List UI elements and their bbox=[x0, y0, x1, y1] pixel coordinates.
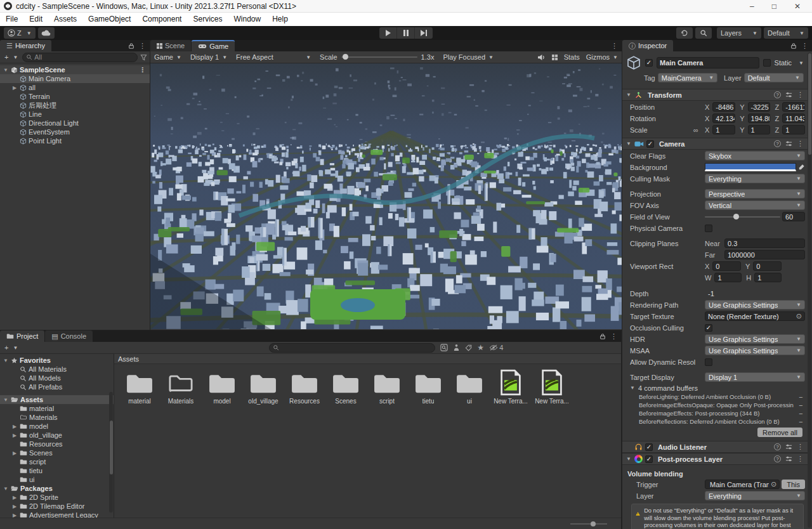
asset-item-resources[interactable]: Resources bbox=[284, 369, 325, 405]
kebab-menu-icon[interactable]: ⋮ bbox=[801, 42, 808, 50]
lock-icon[interactable] bbox=[599, 333, 606, 339]
presets-icon[interactable] bbox=[785, 91, 792, 98]
rotation-x-field[interactable]: 42.134 bbox=[712, 114, 735, 123]
chevron-down-icon[interactable]: ▼ bbox=[799, 60, 804, 66]
foldout-arrow-icon[interactable]: ▶ bbox=[11, 495, 18, 500]
foldout-arrow-icon[interactable]: ▼ bbox=[626, 141, 632, 147]
fov-field[interactable]: 60 bbox=[782, 212, 805, 221]
static-checkbox[interactable] bbox=[763, 59, 771, 67]
search-button[interactable] bbox=[695, 27, 712, 39]
viewport-x-field[interactable]: 0 bbox=[712, 261, 741, 271]
project-tree-item-all-materials[interactable]: All Materials bbox=[0, 365, 114, 374]
hierarchy-item-point-light[interactable]: Point Light bbox=[0, 136, 150, 145]
hierarchy-item-all[interactable]: ▶all bbox=[0, 83, 150, 92]
maximize-button[interactable]: □ bbox=[772, 2, 776, 11]
project-tree-item-assets[interactable]: ▼Assets bbox=[0, 395, 114, 404]
project-tree-item-packages[interactable]: ▼Packages bbox=[0, 484, 114, 493]
project-tree-scrollbar[interactable] bbox=[109, 392, 113, 513]
hierarchy-item-terrain[interactable]: Terrain bbox=[0, 92, 150, 101]
scale-x-field[interactable]: 1 bbox=[712, 125, 735, 134]
asset-item-old-village[interactable]: old_village bbox=[243, 369, 284, 405]
foldout-arrow-icon[interactable]: ▶ bbox=[11, 424, 18, 429]
kebab-menu-icon[interactable]: ⋮ bbox=[797, 443, 804, 451]
depth-field[interactable]: -1 bbox=[705, 289, 805, 298]
lock-icon[interactable] bbox=[128, 42, 134, 49]
kebab-menu-icon[interactable]: ⋮ bbox=[139, 66, 146, 74]
transform-component-header[interactable]: ▼ Transform ? ⋮ bbox=[622, 89, 808, 101]
position-x-field[interactable]: -8486 bbox=[712, 102, 735, 112]
step-button[interactable] bbox=[415, 27, 433, 39]
clear-flags-dropdown[interactable]: Skybox▼ bbox=[705, 151, 805, 160]
foldout-arrow-icon[interactable]: ▼ bbox=[3, 397, 9, 403]
kebab-menu-icon[interactable]: ⋮ bbox=[611, 42, 618, 50]
position-z-field[interactable]: -16611 bbox=[782, 102, 805, 112]
scale-slider-knob[interactable] bbox=[343, 54, 348, 60]
kebab-menu-icon[interactable]: ⋮ bbox=[797, 140, 804, 148]
project-tree-item-old-village[interactable]: ▶old_village bbox=[0, 431, 114, 440]
asset-item-script[interactable]: script bbox=[367, 369, 407, 405]
post-process-layer-component-header[interactable]: ▼ ✓ Post-process Layer ? ⋮ bbox=[622, 453, 808, 465]
hidden-packages-toggle[interactable]: 4 bbox=[489, 344, 503, 351]
account-button[interactable]: Z ▼ bbox=[4, 27, 36, 39]
icon-size-slider[interactable] bbox=[570, 523, 607, 525]
remove-buffer-button[interactable]: – bbox=[799, 393, 802, 400]
project-search[interactable] bbox=[269, 343, 435, 353]
kebab-menu-icon[interactable]: ⋮ bbox=[797, 91, 804, 99]
hierarchy-item-item[interactable]: 后期处理 bbox=[0, 101, 150, 110]
target-texture-field[interactable]: None (Render Texture)⊙ bbox=[705, 311, 805, 321]
asset-item-material[interactable]: material bbox=[119, 369, 160, 405]
foldout-arrow-icon[interactable]: ▶ bbox=[11, 504, 18, 509]
post-process-enabled-checkbox[interactable]: ✓ bbox=[645, 455, 653, 463]
eyedropper-icon[interactable] bbox=[798, 164, 805, 171]
audio-listener-enabled-checkbox[interactable]: ✓ bbox=[645, 443, 653, 451]
asset-item-materials[interactable]: Materials bbox=[160, 369, 201, 405]
tab-console[interactable]: ▤ Console bbox=[45, 330, 93, 342]
scale-y-field[interactable]: 1 bbox=[748, 125, 771, 134]
foldout-arrow-icon[interactable]: ▶ bbox=[11, 513, 18, 518]
project-tree-item-all-prefabs[interactable]: All Prefabs bbox=[0, 382, 114, 391]
object-picker-icon[interactable]: ⊙ bbox=[771, 480, 776, 488]
viewport-h-field[interactable]: 1 bbox=[754, 273, 782, 282]
remove-buffer-button[interactable]: – bbox=[799, 402, 802, 408]
fov-axis-dropdown[interactable]: Vertical▼ bbox=[705, 200, 805, 210]
tab-game[interactable]: Game bbox=[192, 40, 235, 51]
gameobject-cube-icon[interactable] bbox=[626, 55, 641, 70]
asset-item-new-terra-9[interactable]: New Terra... bbox=[490, 369, 531, 405]
project-tree-item-all-models[interactable]: All Models bbox=[0, 374, 114, 382]
menu-item-window[interactable]: Window bbox=[228, 13, 266, 26]
play-button[interactable] bbox=[379, 27, 397, 39]
type-filter-icon[interactable] bbox=[453, 344, 460, 351]
constrain-proportions-icon[interactable]: ∞ bbox=[693, 126, 705, 134]
rotation-y-field[interactable]: 194.80 bbox=[748, 114, 771, 123]
project-tree-item-ui[interactable]: ui bbox=[0, 475, 114, 484]
mute-audio-icon[interactable] bbox=[537, 54, 546, 61]
stats-toggle[interactable]: Stats bbox=[564, 53, 580, 61]
foldout-arrow-icon[interactable]: ▶ bbox=[11, 85, 18, 91]
occlusion-culling-checkbox[interactable]: ✓ bbox=[705, 324, 712, 332]
background-color-swatch[interactable] bbox=[705, 163, 796, 171]
menu-item-gameobject[interactable]: GameObject bbox=[82, 13, 136, 26]
project-tree-item-materials[interactable]: Materials bbox=[0, 413, 114, 422]
hierarchy-item-main-camera[interactable]: Main Camera bbox=[0, 74, 150, 83]
fov-slider-knob[interactable] bbox=[733, 214, 739, 219]
audio-listener-component-header[interactable]: ▼ ✓ Audio Listener ? ⋮ bbox=[622, 441, 808, 453]
asset-item-new-terra-10[interactable]: New Terra... bbox=[532, 369, 572, 405]
foldout-arrow-icon[interactable]: ▼ bbox=[626, 456, 632, 462]
tag-dropdown[interactable]: MainCamera▼ bbox=[658, 73, 717, 82]
hierarchy-item-directional-light[interactable]: Directional Light bbox=[0, 119, 150, 127]
project-tree-item-model[interactable]: ▶model bbox=[0, 422, 114, 431]
tab-project[interactable]: Project bbox=[0, 330, 44, 342]
object-name-field[interactable]: Main Camera bbox=[657, 57, 759, 69]
command-buffers-foldout[interactable]: ▼4 command buffers bbox=[630, 384, 698, 392]
project-tree-item-script[interactable]: script bbox=[0, 457, 114, 466]
label-filter-icon[interactable] bbox=[465, 344, 472, 351]
favorites-star-icon[interactable]: ★ bbox=[477, 343, 484, 352]
msaa-dropdown[interactable]: Use Graphics Settings▼ bbox=[705, 346, 805, 355]
grid-icon[interactable] bbox=[552, 55, 558, 60]
lock-icon[interactable] bbox=[790, 42, 797, 49]
asset-item-model[interactable]: model bbox=[202, 369, 242, 405]
menu-item-file[interactable]: File bbox=[0, 13, 23, 26]
project-tree-item-favorites[interactable]: ▼Favorites bbox=[0, 356, 114, 365]
inspector-scrollbar[interactable] bbox=[808, 53, 811, 528]
hierarchy-search[interactable] bbox=[22, 53, 138, 62]
